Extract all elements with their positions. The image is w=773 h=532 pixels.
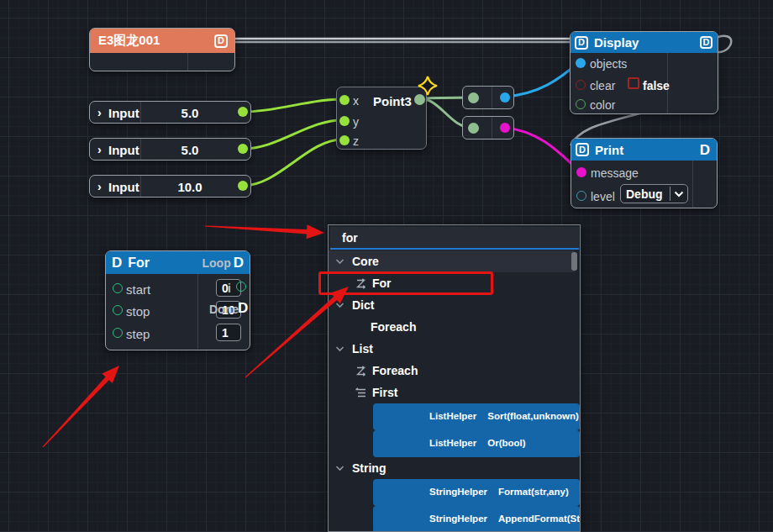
annotation-arrow-3: [43, 366, 119, 447]
annotation-arrow-1: [205, 224, 324, 239]
node-editor-canvas[interactable]: E3图龙001 D › Input 5.0 › Input 5.0 › Inpu…: [0, 0, 773, 532]
annotation-arrow-2: [245, 287, 349, 378]
annotation-arrows: [0, 0, 773, 532]
